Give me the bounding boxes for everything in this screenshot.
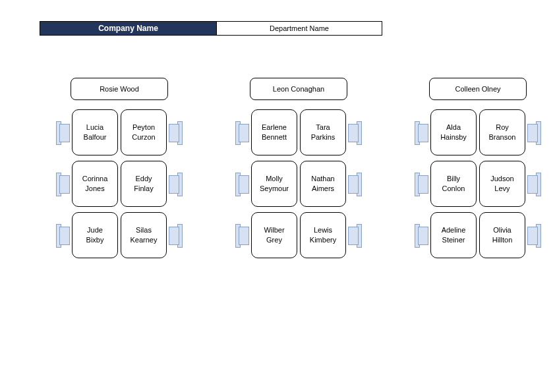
chair-icon	[56, 173, 69, 195]
department-name-cell: Department Name	[216, 21, 382, 36]
seat-desk: Peyton Curzon	[121, 109, 167, 155]
chair-icon	[169, 224, 183, 246]
seat-desk: Corinna Jones	[72, 161, 118, 207]
seat-row: Corinna Jones Eddy Finlay	[54, 161, 185, 207]
seat-desk: Jude Bixby	[72, 212, 118, 258]
seat-row: Billy Conlon Judson Levy	[413, 161, 543, 207]
seat-desk: Roy Branson	[479, 109, 525, 155]
seat-desk: Silas Kearney	[121, 212, 167, 258]
seat-desk: Earlene Bennett	[251, 109, 297, 155]
seat-row: Jude Bixby Silas Kearney	[54, 212, 185, 258]
seating-groups: Rosie Wood Lucia Balfour Peyton Curzon C…	[54, 78, 543, 264]
seat-desk: Alda Hainsby	[430, 109, 477, 155]
chair-icon	[235, 224, 248, 246]
chair-icon	[415, 224, 428, 246]
seat-row: Molly Seymour Nathan Aimers	[233, 161, 364, 207]
chair-icon	[528, 121, 541, 144]
seating-group: Rosie Wood Lucia Balfour Peyton Curzon C…	[54, 78, 185, 264]
group-head-desk: Colleen Olney	[429, 78, 527, 100]
seat-desk: Molly Seymour	[251, 161, 297, 207]
seat-desk: Adeline Steiner	[430, 212, 477, 258]
seat-row: Lucia Balfour Peyton Curzon	[54, 109, 185, 155]
chair-icon	[528, 173, 541, 195]
chair-icon	[415, 173, 428, 195]
seat-desk: Wilber Grey	[251, 212, 297, 258]
group-head-desk: Leon Conaghan	[250, 78, 347, 100]
seat-row: Earlene Bennett Tara Parkins	[233, 109, 364, 155]
chair-icon	[56, 121, 69, 144]
seat-desk: Olivia Hillton	[479, 212, 525, 258]
chair-icon	[415, 121, 428, 144]
seat-desk: Eddy Finlay	[121, 161, 167, 207]
header-bar: Company Name Department Name	[40, 21, 382, 36]
chair-icon	[349, 224, 362, 246]
chair-icon	[349, 173, 362, 195]
seat-desk: Judson Levy	[479, 161, 525, 207]
seating-group: Colleen Olney Alda Hainsby Roy Branson B…	[413, 78, 543, 264]
seat-desk: Lewis Kimbery	[300, 212, 346, 258]
seat-desk: Tara Parkins	[300, 109, 346, 155]
group-head-desk: Rosie Wood	[71, 78, 168, 100]
chair-icon	[169, 173, 183, 195]
chair-icon	[528, 224, 541, 246]
seat-row: Wilber Grey Lewis Kimbery	[233, 212, 364, 258]
chair-icon	[349, 121, 362, 144]
seat-desk: Lucia Balfour	[72, 109, 118, 155]
company-name-cell: Company Name	[40, 21, 216, 36]
seat-row: Alda Hainsby Roy Branson	[413, 109, 543, 155]
chair-icon	[235, 121, 248, 144]
seating-group: Leon Conaghan Earlene Bennett Tara Parki…	[233, 78, 364, 264]
seat-desk: Nathan Aimers	[300, 161, 346, 207]
chair-icon	[235, 173, 248, 195]
seat-desk: Billy Conlon	[430, 161, 477, 207]
chair-icon	[56, 224, 69, 246]
chair-icon	[169, 121, 183, 144]
seat-row: Adeline Steiner Olivia Hillton	[413, 212, 543, 258]
